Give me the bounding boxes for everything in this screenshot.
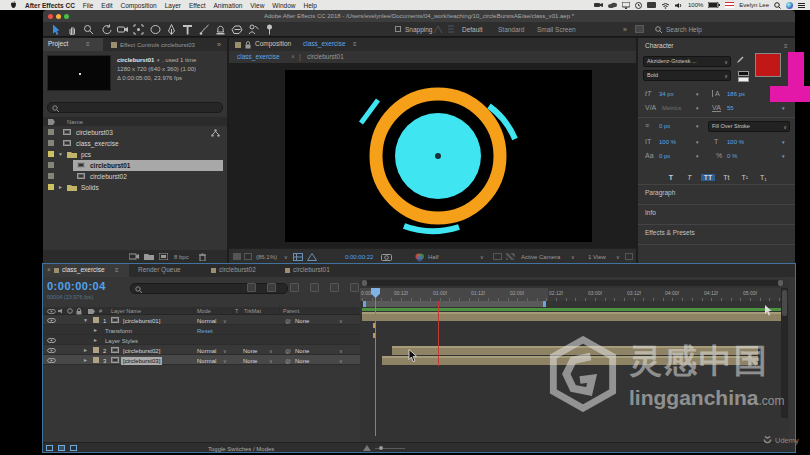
info-dropdown-icon[interactable]: ▼ bbox=[156, 59, 160, 64]
timeline-zoom-slider[interactable] bbox=[375, 448, 405, 449]
tab-close-icon[interactable]: × bbox=[47, 267, 51, 274]
siri-icon[interactable] bbox=[786, 2, 793, 9]
time-machine-icon[interactable] bbox=[635, 2, 642, 9]
layer-name[interactable]: [circleburst01] bbox=[123, 318, 160, 324]
current-time-display[interactable]: 0:00:00:04 bbox=[47, 281, 106, 292]
layer-group-transform[interactable]: ► Transform Reset bbox=[43, 325, 360, 335]
playhead-line[interactable] bbox=[375, 288, 376, 436]
project-item-circleburst02[interactable]: circleburst02 bbox=[43, 171, 227, 182]
character-panel-menu-icon[interactable]: ≡ bbox=[784, 43, 788, 49]
stroke-width-value[interactable]: 0 px bbox=[659, 123, 670, 129]
expand-inout-icon[interactable] bbox=[70, 445, 77, 451]
mini-flowchart-icon[interactable] bbox=[247, 283, 256, 292]
label-square[interactable] bbox=[48, 140, 54, 146]
shape-tool-icon[interactable] bbox=[150, 24, 161, 35]
parent-select[interactable]: None bbox=[295, 318, 309, 324]
menu-view[interactable]: View bbox=[250, 2, 264, 9]
comp-viewport[interactable] bbox=[229, 63, 636, 248]
menu-window[interactable]: Window bbox=[272, 2, 295, 9]
eye-icon[interactable] bbox=[47, 338, 56, 343]
expand-icon[interactable]: ► bbox=[83, 358, 88, 363]
cloud-icon[interactable] bbox=[608, 2, 617, 8]
delete-icon[interactable] bbox=[199, 253, 206, 261]
label-column-icon[interactable] bbox=[48, 119, 55, 125]
number-column-header[interactable]: # bbox=[99, 309, 102, 315]
layer-label-square[interactable] bbox=[93, 317, 99, 323]
comp-canvas[interactable] bbox=[285, 70, 592, 242]
menu-effect[interactable]: Effect bbox=[189, 2, 206, 9]
zoom-tool-icon[interactable] bbox=[83, 24, 94, 35]
expand-icon[interactable]: ▼ bbox=[83, 318, 88, 323]
hide-shy-icon[interactable] bbox=[290, 283, 299, 292]
eyedropper-icon[interactable] bbox=[736, 56, 744, 66]
pickwhip-icon[interactable]: @ bbox=[285, 318, 291, 324]
subscript-button[interactable]: T₁ bbox=[756, 174, 770, 181]
timeline-menu-icon[interactable]: ≡ bbox=[115, 267, 119, 273]
brush-tool-icon[interactable] bbox=[199, 24, 210, 35]
main-viewer-icon[interactable] bbox=[244, 253, 252, 260]
layer-name[interactable]: [circleburst02] bbox=[123, 348, 160, 354]
layer-row-2[interactable]: ► 2 [circleburst02] Normal ∨ None ∨ @ No… bbox=[43, 345, 360, 355]
menu-edit[interactable]: Edit bbox=[101, 2, 112, 9]
eye-column-icon[interactable] bbox=[47, 309, 56, 314]
time-navigator[interactable] bbox=[362, 280, 783, 286]
layer-name-editing[interactable]: [circleburst03] bbox=[121, 357, 162, 365]
keyboard-icon[interactable] bbox=[647, 2, 656, 8]
tsume-value[interactable]: 0 % bbox=[727, 153, 737, 159]
flag-icon[interactable] bbox=[725, 2, 734, 8]
expand-transfer-controls-icon[interactable] bbox=[58, 445, 65, 451]
transparency-grid-icon[interactable] bbox=[506, 253, 515, 260]
kerning-value[interactable]: Metrics bbox=[662, 105, 681, 111]
time-ruler[interactable]: 0:00f 00:12f 01:00f 01:12f 02:00f 02:12f… bbox=[360, 288, 789, 301]
solo-column-icon[interactable] bbox=[67, 308, 73, 314]
region-of-interest-icon[interactable] bbox=[493, 253, 502, 260]
navigator-end-handle[interactable] bbox=[778, 280, 783, 286]
active-camera-selector[interactable]: Active Camera bbox=[521, 254, 560, 260]
window-titlebar[interactable]: Adobe After Effects CC 2018 - /Users/eve… bbox=[43, 10, 795, 22]
superscript-button[interactable]: T¹ bbox=[738, 174, 752, 181]
notification-center-icon[interactable] bbox=[798, 2, 805, 9]
audio-column-icon[interactable] bbox=[58, 308, 64, 314]
motion-blur-icon[interactable] bbox=[330, 283, 339, 292]
label-column-icon[interactable] bbox=[88, 309, 95, 314]
pickwhip-icon[interactable]: @ bbox=[285, 348, 291, 354]
spotlight-search-icon[interactable] bbox=[774, 2, 781, 9]
label-square[interactable] bbox=[48, 151, 54, 157]
color-depth-button[interactable]: 8 bpc bbox=[174, 254, 189, 260]
rotation-tool-icon[interactable] bbox=[101, 24, 112, 35]
project-item-solids-folder[interactable]: ► Solids bbox=[43, 182, 227, 193]
label-square[interactable] bbox=[48, 129, 54, 135]
zoom-slider-knob[interactable] bbox=[379, 446, 383, 450]
snapshot-icon[interactable] bbox=[381, 253, 392, 261]
fill-color-swatch[interactable] bbox=[755, 53, 781, 77]
always-preview-icon[interactable] bbox=[233, 253, 241, 260]
menu-composition[interactable]: Composition bbox=[121, 2, 157, 9]
layer-name-column-header[interactable]: Layer Name bbox=[111, 309, 141, 315]
viewer-tab-class-exercise[interactable]: class_exercise bbox=[237, 54, 280, 61]
clone-stamp-tool-icon[interactable] bbox=[215, 24, 226, 35]
expand-icon[interactable]: ► bbox=[83, 348, 88, 353]
lock-column-icon[interactable] bbox=[76, 308, 82, 315]
workspace-switcher-icon[interactable] bbox=[635, 25, 644, 33]
effects-presets-panel-header[interactable]: Effects & Presets bbox=[645, 230, 695, 237]
project-item-circleburst01[interactable]: circleburst01 bbox=[43, 160, 227, 171]
label-square[interactable] bbox=[48, 162, 54, 168]
menu-animation[interactable]: Animation bbox=[213, 2, 242, 9]
work-area-start-handle[interactable] bbox=[363, 301, 366, 307]
menu-help[interactable]: Help bbox=[303, 2, 316, 9]
new-composition-icon[interactable] bbox=[159, 253, 168, 260]
baseline-shift-value[interactable]: 0 px bbox=[659, 153, 670, 159]
viewer-tab-close-icon[interactable]: × bbox=[291, 54, 295, 61]
comp-header-name[interactable]: class_exercise bbox=[303, 41, 346, 48]
blend-mode-select[interactable]: Normal bbox=[197, 358, 216, 364]
new-folder-icon[interactable] bbox=[144, 253, 154, 260]
blend-mode-select[interactable]: Normal bbox=[197, 348, 216, 354]
tab-project[interactable]: Project ≡ bbox=[43, 38, 103, 51]
interpret-footage-icon[interactable] bbox=[129, 253, 139, 260]
group-name[interactable]: Layer Styles bbox=[105, 338, 138, 344]
label-square[interactable] bbox=[48, 173, 54, 179]
project-item-circleburst03[interactable]: circleburst03 bbox=[43, 127, 227, 138]
project-info-name[interactable]: circleburst01 bbox=[117, 57, 154, 63]
pixel-aspect-icon[interactable] bbox=[625, 253, 633, 260]
project-search-input[interactable] bbox=[47, 102, 223, 113]
